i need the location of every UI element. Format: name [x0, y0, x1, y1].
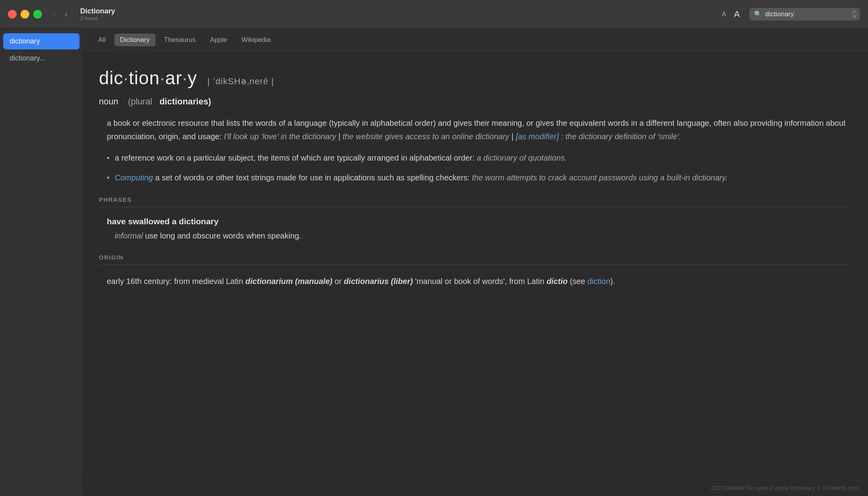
tab-all[interactable]: All: [93, 34, 111, 46]
bullet-def-2: Computing a set of words or other text s…: [107, 171, 848, 184]
font-increase-button[interactable]: A: [734, 9, 740, 19]
minimize-button[interactable]: [21, 10, 29, 19]
tab-apple[interactable]: Apple: [205, 34, 233, 46]
tab-bar: All Dictionary Thesaurus Apple Wikipedia: [83, 28, 868, 51]
tab-wikipedia[interactable]: Wikipedia: [236, 34, 276, 46]
pronunciation: | ˈdikSHəˌnerē |: [207, 76, 274, 86]
example-sep-2: |: [512, 132, 516, 141]
example-1: I'll look up 'love' in the dictionary: [224, 132, 336, 141]
origin-text: early 16th century: from medieval Latin …: [99, 275, 848, 288]
phrase-def-1: informal use long and obscure words when…: [107, 229, 848, 242]
font-size-controls: A A: [722, 9, 740, 19]
subject-computing: Computing: [115, 173, 153, 182]
dot1: ·: [123, 68, 129, 88]
search-input[interactable]: [765, 10, 849, 18]
phrases-divider: [99, 207, 848, 207]
back-button[interactable]: ‹: [50, 8, 59, 21]
phrase-entry-1: have swallowed a dictionary informal use…: [99, 217, 848, 242]
main-layout: dictionary dictionary... All Dictionary …: [0, 28, 868, 496]
search-bar: 🔍 ✕: [749, 8, 860, 21]
window-title: Dictionary: [80, 7, 722, 15]
bullet-def-1: a reference work on a particular subject…: [107, 151, 848, 165]
origin-section-header: ORIGIN: [99, 254, 848, 261]
nav-buttons: ‹ ›: [50, 8, 71, 21]
font-decrease-button[interactable]: A: [722, 11, 726, 18]
origin-latin3: dictio: [546, 277, 567, 286]
bullet-example-1: a dictionary of quotations.: [477, 153, 567, 162]
result-count: 2 found: [80, 15, 722, 21]
origin-diction-link[interactable]: diction: [588, 277, 610, 286]
close-button[interactable]: [8, 10, 17, 19]
origin-latin1: dictionarium (manuale): [245, 277, 332, 286]
titlebar: ‹ › Dictionary 2 found A A 🔍 ✕: [0, 0, 868, 28]
sidebar: dictionary dictionary...: [0, 28, 83, 496]
as-modifier-label: [as modifier]: [516, 132, 559, 141]
dot2: ·: [160, 68, 165, 88]
word-title: dic·tion·ar·y | ˈdikSHəˌnerē |: [99, 68, 274, 88]
phrase-register-1: informal: [115, 231, 143, 240]
example-2: the website gives access to an online di…: [343, 132, 509, 141]
titlebar-title: Dictionary 2 found: [80, 7, 722, 21]
maximize-button[interactable]: [33, 10, 42, 19]
forward-button[interactable]: ›: [61, 8, 70, 21]
sidebar-item-dictionary[interactable]: dictionary: [3, 33, 80, 49]
tab-dictionary[interactable]: Dictionary: [114, 34, 155, 46]
footer-note: .DICTIONARY file open in Apple Dictionar…: [83, 480, 868, 496]
part-of-speech: noun (plural dictionaries): [99, 97, 848, 107]
word-heading: dic·tion·ar·y | ˈdikSHəˌnerē |: [99, 67, 848, 89]
example-sep-1: |: [338, 132, 343, 141]
bullet-example-2: the worm attempts to crack account passw…: [472, 173, 728, 182]
sidebar-item-dictionary-ellipsis[interactable]: dictionary...: [3, 50, 80, 66]
content-area: All Dictionary Thesaurus Apple Wikipedia…: [83, 28, 868, 496]
origin-divider: [99, 265, 848, 265]
dot3: ·: [182, 68, 188, 88]
example-3: : the dictionary definition of 'smile'.: [561, 132, 681, 141]
search-icon: 🔍: [754, 10, 762, 18]
traffic-lights: [8, 10, 42, 19]
bullet-definitions: a reference work on a particular subject…: [99, 151, 848, 184]
origin-latin2: dictionarius (liber): [344, 277, 413, 286]
tab-thesaurus[interactable]: Thesaurus: [159, 34, 201, 46]
phrases-section-header: PHRASES: [99, 196, 848, 203]
main-definition: a book or electronic resource that lists…: [99, 116, 848, 143]
definition-content: dic·tion·ar·y | ˈdikSHəˌnerē | noun (plu…: [83, 51, 868, 480]
search-clear-button[interactable]: ✕: [852, 10, 857, 18]
phrase-title-1: have swallowed a dictionary: [107, 217, 848, 226]
